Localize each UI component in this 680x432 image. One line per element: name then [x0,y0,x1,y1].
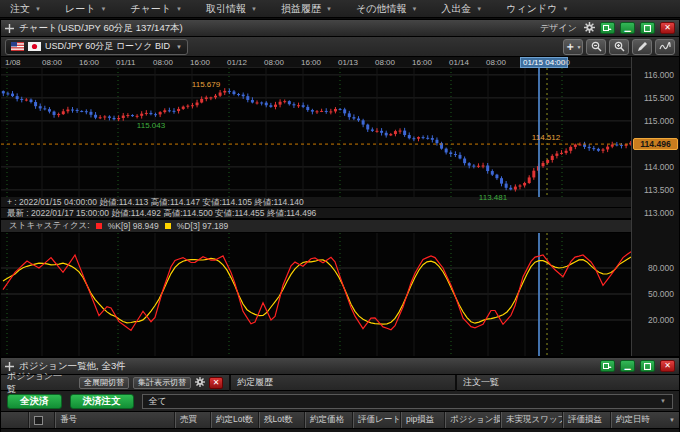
price-tick-label: 115.000 [644,116,674,126]
latest-status-line: 最新 : 2022/01/17 15:00:00 始値:114.492 高値:1… [1,208,633,219]
column-header-0[interactable]: 番号 [55,412,175,428]
stoch-tick-label: 20.000 [648,315,674,325]
current-price-tag: 114.496 [633,138,678,150]
positions-action-row: 全決済 決済注文 全て ▼ [1,391,679,412]
aggregate-toggle-button[interactable]: 集計表示切替 [133,377,191,389]
column-header-label: 約定価格 [310,414,344,426]
chart-titlebar[interactable]: チャート(USD/JPY 60分足 137/147本) デザイン ▁ ✕ [1,20,679,37]
positions-window: ポジション一覧他, 全3件 ▁ ✕ ポジション一覧 全展開切替 集計表示切替 ✕ [0,357,680,432]
column-header-1[interactable]: 売買 [175,412,211,428]
chevron-down-icon: ▼ [476,6,482,12]
column-header-5[interactable]: 評価レート [353,412,401,428]
add-indicator-button[interactable]: ＋▼ [563,39,583,55]
chevron-down-icon: ▼ [251,6,257,12]
select-all-checkbox[interactable] [34,416,43,425]
chevron-down-icon: ▼ [411,6,417,12]
close-panel-icon[interactable]: ✕ [209,377,223,389]
minimize-button[interactable]: ▁ [620,360,635,372]
close-all-button[interactable]: 全決済 [7,394,62,409]
close-icon[interactable]: ✕ [660,22,675,34]
dock-button[interactable] [600,22,615,34]
menu-item-7[interactable]: ウィンドウ▼ [506,2,568,16]
menu-item-2[interactable]: チャート▼ [130,2,182,16]
draw-pencil-button[interactable] [632,39,652,55]
time-tick-label: 08:00 [264,58,284,67]
tab-history[interactable]: 約定履歴 [231,375,455,391]
time-tick-label: 08:00 [42,58,62,67]
menu-item-label: 損益履歴 [281,2,321,16]
stoch-tick-label: 80.000 [648,263,674,273]
column-header-2[interactable]: 約定Lot数 [211,412,259,428]
close-icon[interactable]: ✕ [660,360,675,372]
k-line-swatch [96,223,102,229]
close-order-button[interactable]: 決済注文 [70,394,134,409]
menu-item-6[interactable]: 入出金▼ [441,2,482,16]
chevron-down-icon: ▼ [35,6,41,12]
low-price-annotation: 113.481 [479,193,507,202]
stochastics-chart[interactable] [1,233,633,356]
menu-item-label: チャート [130,2,171,16]
column-header-label: 約定日時 [616,414,650,426]
chevron-down-icon: ▼ [176,44,182,50]
menu-item-4[interactable]: 損益履歴▼ [281,2,332,16]
column-header-label: pip損益 [406,414,434,426]
column-header-3[interactable]: 残Lot数 [259,412,305,428]
menu-item-label: 注文 [10,2,30,16]
tab-positions[interactable]: ポジション一覧 全展開切替 集計表示切替 ✕ [1,375,229,391]
chevron-down-icon: ▼ [660,398,666,404]
zoom-out-button[interactable] [586,39,606,55]
line-tool-button[interactable] [655,39,675,55]
time-tick-label: 01/14 [449,58,469,67]
column-header-6[interactable]: pip損益 [401,412,445,428]
column-header-label: ポジション損益 [450,414,501,426]
positions-titlebar[interactable]: ポジション一覧他, 全3件 ▁ ✕ [1,358,679,375]
column-header-9[interactable]: 評価損益 [563,412,611,428]
time-tick-label: 01/13 [338,58,358,67]
instrument-select[interactable]: USD/JPY 60分足 ローソク BID ▼ [5,39,188,55]
menu-item-label: その他情報 [356,2,406,16]
gear-icon[interactable] [584,19,595,37]
price-tick-label: 113.500 [644,185,674,195]
price-tick-label: 114.000 [644,162,674,172]
chart-toolbar: USD/JPY 60分足 ローソク BID ▼ ＋▼ [1,37,679,57]
menu-item-0[interactable]: 注文▼ [10,2,41,16]
chevron-down-icon: ▼ [100,6,106,12]
symbol-filter-select[interactable]: 全て ▼ [142,394,674,409]
tab-orders[interactable]: 注文一覧 [457,375,679,391]
us-flag-icon [11,42,24,51]
price-axis: 116.000115.500115.000114.000113.500113.0… [631,57,679,356]
menu-item-5[interactable]: その他情報▼ [356,2,417,16]
column-header-label: 約定Lot数 [216,414,253,426]
chevron-down-icon: ▼ [669,417,675,423]
column-header-8[interactable]: 未実現スワップ [501,412,563,428]
menu-item-label: レート [65,2,95,16]
minimize-button[interactable]: ▁ [620,22,635,34]
history-tab-label: 約定履歴 [237,376,273,389]
chart-window: チャート(USD/JPY 60分足 137/147本) デザイン ▁ ✕ [0,19,680,357]
chart-body[interactable]: 1/0808:0016:0001/1108:0016:0001/1208:001… [1,57,679,356]
menu-item-label: 入出金 [441,2,471,16]
menu-item-3[interactable]: 取引情報▼ [206,2,257,16]
dock-button[interactable] [600,360,615,372]
chevron-down-icon: ▼ [562,6,568,12]
maximize-button[interactable] [640,22,655,34]
column-header-10[interactable]: 約定日時▼ [611,412,679,428]
low-price-annotation: 115.043 [137,121,165,130]
crosshair-status-line: + : 2022/01/15 04:00:00 始値:114.113 高値:11… [1,197,633,208]
gear-icon[interactable] [195,377,205,389]
application-root: 注文▼レート▼チャート▼取引情報▼損益履歴▼その他情報▼入出金▼ウィンドウ▼ チ… [0,0,680,432]
column-header-4[interactable]: 約定価格 [305,412,353,428]
time-tick-label: 01/12 [227,58,247,67]
column-header-label: 未実現スワップ [506,414,563,426]
design-label[interactable]: デザイン [540,22,577,35]
column-header-7[interactable]: ポジション損益 [445,412,501,428]
zoom-in-button[interactable] [609,39,629,55]
stochastics-legend: ストキャスティクス: %K[9] 98.949 %D[3] 97.189 [1,219,633,233]
time-tick-label: 16:00 [190,58,210,67]
maximize-button[interactable] [640,360,655,372]
menu-item-1[interactable]: レート▼ [65,2,106,16]
d-value-label: %D[3] 97.189 [177,221,229,231]
expand-toggle-button[interactable]: 全展開切替 [79,377,129,389]
time-tick-label: 01/11 [116,58,135,67]
price-tick-label: 115.500 [644,93,674,103]
